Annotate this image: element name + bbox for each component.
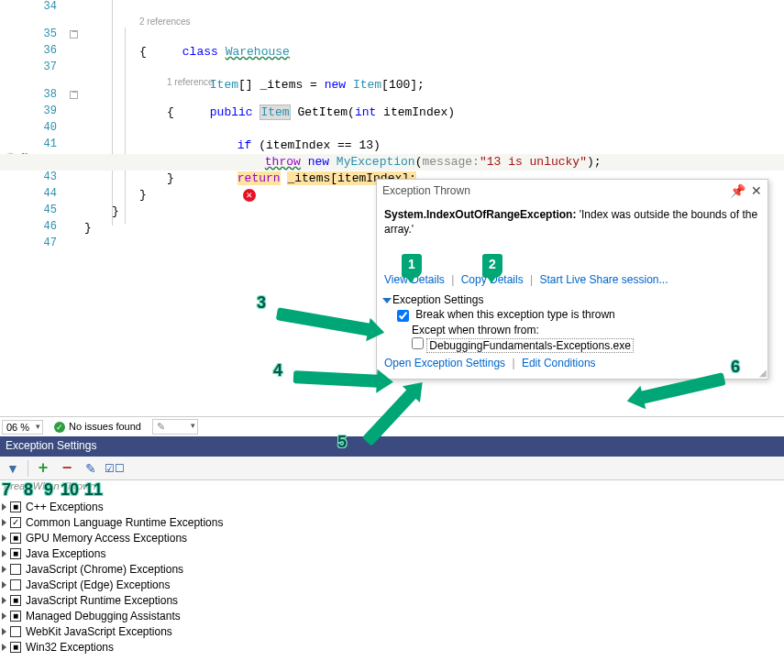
exception-settings-expander[interactable]: Exception Settings [384, 293, 760, 306]
nav-dropdown[interactable]: ✎ [152, 419, 198, 435]
except-module-checkbox[interactable] [412, 337, 424, 349]
error-icon[interactable]: ✕ [243, 189, 256, 202]
edit-conditions-link[interactable]: Edit Conditions [522, 357, 596, 369]
line-num: 37 [44, 61, 57, 73]
fold-toggle[interactable] [70, 30, 78, 39]
annotation-5: 5 [337, 433, 347, 452]
type-name: Warehouse [226, 45, 290, 59]
edit-button[interactable]: ✎ [80, 458, 102, 479]
annotation-7: 7 [2, 480, 11, 500]
category-checkbox[interactable]: ■ [10, 533, 21, 544]
resize-grip[interactable]: ◢ [759, 368, 767, 378]
zoom-dropdown[interactable]: 06 % [2, 420, 43, 435]
line-num: 46 [44, 220, 57, 233]
category-checkbox[interactable]: ✓ [10, 517, 21, 528]
line-num: 35 [44, 28, 57, 40]
expand-icon[interactable] [2, 644, 6, 651]
tree-row[interactable]: ■GPU Memory Access Exceptions [0, 530, 784, 545]
filter-button[interactable]: ▼ [2, 458, 24, 479]
tree-row[interactable]: ■Java Exceptions [0, 545, 784, 561]
line-num: 47 [44, 237, 57, 249]
popup-titlebar: Exception Thrown 📌 ✕ [377, 180, 767, 202]
category-checkbox[interactable]: ■ [10, 595, 21, 606]
codelens-references[interactable]: 1 reference [167, 77, 214, 87]
category-label: Win32 Exceptions [26, 641, 114, 654]
param-hint: message: [423, 155, 480, 169]
exception-type: System.IndexOutOfRangeException: [384, 208, 576, 221]
annotation-6: 6 [731, 358, 740, 377]
tree-row[interactable]: ■C++ Exceptions [0, 499, 784, 514]
tree-row[interactable]: JavaScript (Chrome) Exceptions [0, 561, 784, 577]
method-name: GetItem [297, 105, 348, 119]
expand-icon[interactable] [2, 612, 6, 620]
line-num: 39 [44, 105, 57, 117]
category-label: GPU Memory Access Exceptions [26, 532, 187, 545]
line-num: 44 [44, 187, 57, 200]
keyword: return [237, 171, 281, 185]
popup-title: Exception Thrown [382, 184, 470, 197]
category-checkbox[interactable]: ■ [10, 611, 21, 622]
issues-status[interactable]: ✓No issues found [54, 421, 141, 433]
fold-column [66, 0, 83, 416]
tree-row[interactable]: JavaScript (Edge) Exceptions [0, 577, 784, 592]
line-num: 40 [44, 121, 57, 134]
category-label: JavaScript (Chrome) Exceptions [26, 563, 183, 576]
category-checkbox[interactable] [10, 626, 21, 637]
add-button[interactable]: + [32, 458, 54, 479]
expand-icon[interactable] [2, 503, 6, 511]
codelens-references[interactable]: 2 references [139, 17, 191, 27]
pin-icon[interactable]: 📌 [730, 183, 745, 198]
expand-icon[interactable] [2, 581, 6, 589]
exception-settings-panel-title: Exception Settings [0, 436, 784, 457]
fold-toggle[interactable] [70, 91, 78, 99]
close-icon[interactable]: ✕ [751, 183, 762, 198]
line-num: 45 [44, 204, 57, 216]
callout-1: 1 [402, 254, 422, 278]
line-num: 41 [44, 138, 57, 150]
callout-2: 2 [482, 254, 502, 278]
live-share-link[interactable]: Start Live Share session... [539, 273, 668, 286]
expand-icon[interactable] [2, 534, 6, 542]
expand-icon[interactable] [2, 550, 6, 557]
expand-icon[interactable] [2, 628, 6, 635]
category-checkbox[interactable] [10, 564, 21, 575]
type-name: Item [259, 105, 290, 120]
expand-icon[interactable] [2, 597, 6, 604]
exception-settings-toolbar: ▼ + − ✎ ☑☐ [0, 457, 784, 480]
tree-row[interactable]: ✓Common Language Runtime Exceptions [0, 514, 784, 530]
line-number-gutter: 34 35 36 37 38 39 40 41 42 43 44 45 46 4… [0, 0, 64, 416]
annotation-8: 8 [24, 480, 33, 500]
category-label: WebKit JavaScript Exceptions [26, 625, 172, 638]
annotation-9: 9 [44, 480, 53, 500]
open-exception-settings-link[interactable]: Open Exception Settings [384, 357, 505, 369]
tree-row[interactable]: WebKit JavaScript Exceptions [0, 623, 784, 639]
check-icon: ✓ [54, 422, 65, 433]
break-when-thrown-checkbox[interactable] [397, 310, 409, 322]
annotation-11: 11 [84, 480, 103, 500]
category-label: Common Language Runtime Exceptions [26, 516, 223, 529]
category-label: Managed Debugging Assistants [26, 610, 181, 622]
annotation-3: 3 [257, 293, 266, 313]
field-name: _items [287, 171, 330, 185]
except-from-label: Except when thrown from: [412, 324, 760, 336]
tree-row[interactable]: ■Win32 Exceptions [0, 639, 784, 655]
expand-icon[interactable] [2, 566, 6, 573]
keyword: class [182, 45, 218, 59]
category-checkbox[interactable]: ■ [10, 642, 21, 653]
category-label: C++ Exceptions [26, 501, 104, 513]
tree-row[interactable]: ■JavaScript Runtime Exceptions [0, 592, 784, 608]
category-checkbox[interactable] [10, 579, 21, 590]
line-num: 34 [44, 0, 57, 13]
exception-helper-popup: Exception Thrown 📌 ✕ System.IndexOutOfRa… [376, 179, 768, 380]
break-label: Break when this exception type is thrown [415, 308, 614, 321]
remove-button[interactable]: − [56, 458, 78, 479]
annotation-4: 4 [273, 361, 282, 380]
exception-categories-tree[interactable]: ■C++ Exceptions ✓Common Language Runtime… [0, 499, 784, 655]
restore-button[interactable]: ☑☐ [104, 458, 126, 479]
filter-text[interactable]: Break When Thrown [0, 480, 784, 497]
category-checkbox[interactable]: ■ [10, 548, 21, 559]
category-checkbox[interactable]: ■ [10, 501, 21, 512]
tree-row[interactable]: ■Managed Debugging Assistants [0, 608, 784, 623]
expand-icon[interactable] [2, 519, 6, 526]
except-module-name: DebuggingFundamentals-Exceptions.exe [426, 338, 633, 353]
